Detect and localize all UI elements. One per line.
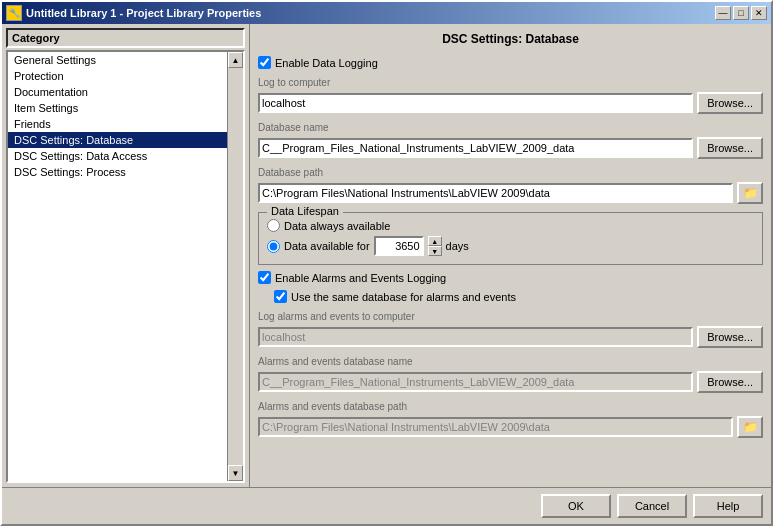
- sidebar-item-protection[interactable]: Protection: [8, 68, 227, 84]
- database-path-input[interactable]: [258, 183, 733, 203]
- log-to-computer-row: Browse...: [258, 92, 763, 114]
- enable-data-logging-row: Enable Data Logging: [258, 56, 763, 69]
- log-to-computer-section: Log to computer Browse...: [258, 75, 763, 114]
- alarms-db-path-input: [258, 417, 733, 437]
- sidebar-item-dsc-process[interactable]: DSC Settings: Process: [8, 164, 227, 180]
- always-available-label: Data always available: [284, 220, 390, 232]
- sidebar-item-item-settings[interactable]: Item Settings: [8, 100, 227, 116]
- log-alarms-computer-section: Log alarms and events to computer Browse…: [258, 309, 763, 348]
- use-same-db-label: Use the same database for alarms and eve…: [291, 291, 516, 303]
- sidebar: Category General Settings Protection Doc…: [2, 24, 250, 487]
- browse-db-name-button[interactable]: Browse...: [697, 137, 763, 159]
- database-name-input[interactable]: [258, 138, 693, 158]
- available-for-label: Data available for: [284, 240, 370, 252]
- title-bar: 🔧 Untitled Library 1 - Project Library P…: [2, 2, 771, 24]
- log-to-computer-label: Log to computer: [258, 77, 763, 88]
- days-spinner-buttons: ▲ ▼: [428, 236, 442, 256]
- data-lifespan-group: Data Lifespan Data always available Data…: [258, 212, 763, 265]
- always-available-radio[interactable]: [267, 219, 280, 232]
- close-button[interactable]: ✕: [751, 6, 767, 20]
- use-same-db-row: Use the same database for alarms and eve…: [274, 290, 763, 303]
- folder-btn-alarms-path[interactable]: 📁: [737, 416, 763, 438]
- browse-log-button[interactable]: Browse...: [697, 92, 763, 114]
- enable-alarms-row: Enable Alarms and Events Logging: [258, 271, 763, 284]
- database-path-row: 📁: [258, 182, 763, 204]
- main-panel: DSC Settings: Database Enable Data Loggi…: [250, 24, 771, 487]
- alarms-db-path-row: 📁: [258, 416, 763, 438]
- cancel-button[interactable]: Cancel: [617, 494, 687, 518]
- data-lifespan-options: Data always available Data available for…: [267, 219, 754, 256]
- enable-alarms-label: Enable Alarms and Events Logging: [275, 272, 446, 284]
- alarms-db-name-label: Alarms and events database name: [258, 356, 763, 367]
- data-lifespan-title: Data Lifespan: [267, 205, 343, 217]
- category-list: General Settings Protection Documentatio…: [8, 52, 227, 481]
- window-content: Category General Settings Protection Doc…: [2, 24, 771, 487]
- database-path-section: Database path 📁: [258, 165, 763, 204]
- ok-button[interactable]: OK: [541, 494, 611, 518]
- scroll-down-btn[interactable]: ▼: [228, 465, 243, 481]
- alarms-db-name-row: Browse...: [258, 371, 763, 393]
- use-same-db-checkbox[interactable]: [274, 290, 287, 303]
- log-alarms-computer-input: [258, 327, 693, 347]
- alarms-db-path-section: Alarms and events database path 📁: [258, 399, 763, 438]
- sidebar-scrollbar[interactable]: ▲ ▼: [227, 52, 243, 481]
- days-spinner-input[interactable]: [374, 236, 424, 256]
- browse-alarms-db-name-button[interactable]: Browse...: [697, 371, 763, 393]
- always-available-row: Data always available: [267, 219, 754, 232]
- bottom-bar: OK Cancel Help: [2, 487, 771, 524]
- window-title: Untitled Library 1 - Project Library Pro…: [26, 7, 711, 19]
- browse-alarms-computer-button[interactable]: Browse...: [697, 326, 763, 348]
- window: 🔧 Untitled Library 1 - Project Library P…: [0, 0, 773, 526]
- log-alarms-computer-row: Browse...: [258, 326, 763, 348]
- log-alarms-computer-label: Log alarms and events to computer: [258, 311, 763, 322]
- database-name-section: Database name Browse...: [258, 120, 763, 159]
- sidebar-header: Category: [6, 28, 245, 48]
- help-button[interactable]: Help: [693, 494, 763, 518]
- database-name-label: Database name: [258, 122, 763, 133]
- sidebar-item-documentation[interactable]: Documentation: [8, 84, 227, 100]
- days-decrement-btn[interactable]: ▼: [428, 246, 442, 256]
- minimize-button[interactable]: —: [715, 6, 731, 20]
- database-path-label: Database path: [258, 167, 763, 178]
- panel-title: DSC Settings: Database: [258, 32, 763, 46]
- alarms-db-path-label: Alarms and events database path: [258, 401, 763, 412]
- available-for-row: Data available for ▲ ▼ days: [267, 236, 754, 256]
- database-name-row: Browse...: [258, 137, 763, 159]
- log-to-computer-input[interactable]: [258, 93, 693, 113]
- available-for-radio[interactable]: [267, 240, 280, 253]
- maximize-button[interactable]: □: [733, 6, 749, 20]
- days-label: days: [446, 240, 469, 252]
- sidebar-item-dsc-data-access[interactable]: DSC Settings: Data Access: [8, 148, 227, 164]
- scroll-up-btn[interactable]: ▲: [228, 52, 243, 68]
- alarms-db-name-input: [258, 372, 693, 392]
- days-increment-btn[interactable]: ▲: [428, 236, 442, 246]
- sidebar-item-general[interactable]: General Settings: [8, 52, 227, 68]
- window-icon: 🔧: [6, 5, 22, 21]
- title-bar-buttons: — □ ✕: [715, 6, 767, 20]
- alarms-db-name-section: Alarms and events database name Browse..…: [258, 354, 763, 393]
- enable-data-logging-label: Enable Data Logging: [275, 57, 378, 69]
- enable-data-logging-checkbox[interactable]: [258, 56, 271, 69]
- sidebar-item-friends[interactable]: Friends: [8, 116, 227, 132]
- sidebar-item-dsc-database[interactable]: DSC Settings: Database: [8, 132, 227, 148]
- enable-alarms-checkbox[interactable]: [258, 271, 271, 284]
- folder-btn-path[interactable]: 📁: [737, 182, 763, 204]
